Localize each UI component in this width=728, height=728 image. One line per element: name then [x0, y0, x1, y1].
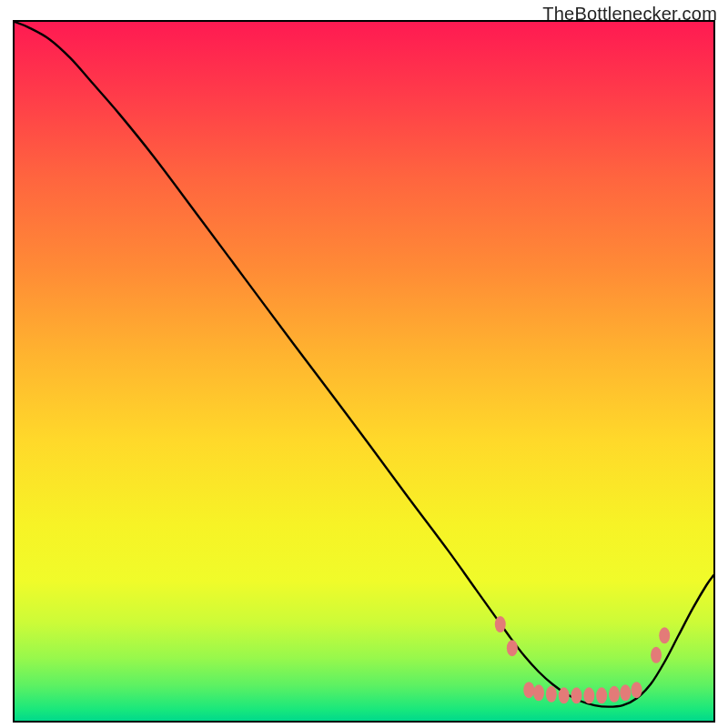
data-marker: [609, 686, 620, 703]
chart-frame: [13, 20, 715, 723]
data-marker: [523, 682, 534, 698]
data-marker: [651, 647, 662, 663]
data-marker: [495, 616, 506, 632]
data-marker: [571, 687, 581, 703]
chart-background: [15, 22, 713, 721]
data-marker: [659, 627, 670, 643]
data-marker: [559, 687, 570, 703]
data-marker: [632, 682, 642, 698]
data-marker: [546, 686, 557, 703]
data-marker: [533, 684, 544, 701]
data-marker: [620, 684, 631, 701]
data-marker: [583, 687, 594, 703]
data-marker: [596, 687, 607, 703]
chart-canvas: [15, 22, 713, 721]
data-marker: [507, 640, 518, 656]
